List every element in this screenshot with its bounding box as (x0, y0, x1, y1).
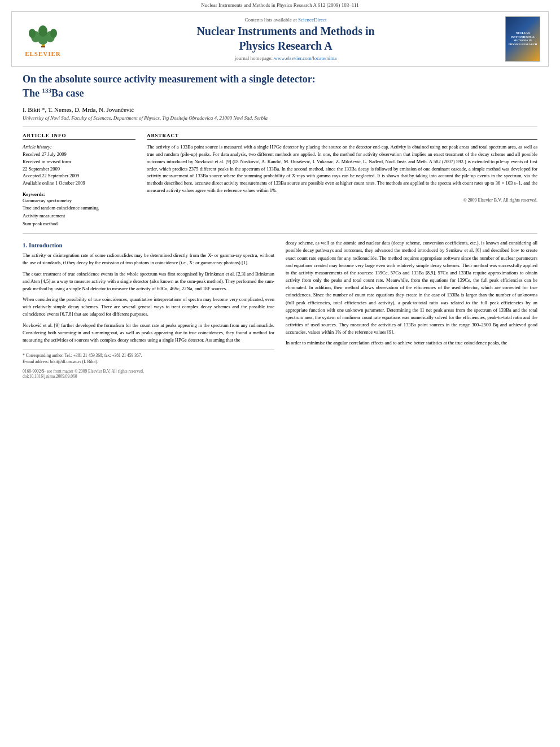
article-info-label: ARTICLE INFO (23, 133, 135, 140)
affiliation: University of Novi Sad, Faculty of Scien… (23, 115, 537, 121)
keyword-2: True and random coincidence summing (23, 204, 135, 212)
revised-label: Received in revised form (23, 158, 135, 165)
journal-homepage: journal homepage: www.elsevier.com/locat… (68, 55, 503, 61)
copyright: © 2009 Elsevier B.V. All rights reserved… (147, 198, 537, 203)
keyword-1: Gamma-ray spectrometry (23, 197, 135, 205)
paper-content: On the absolute source activity measurem… (23, 72, 537, 379)
received-date: Received 27 July 2009 (23, 151, 135, 158)
elsevier-logo: ELSEVIER (18, 21, 68, 57)
main-body: 1. Introduction The activity or disinteg… (23, 239, 537, 378)
keyword-4: Sum-peak method (23, 220, 135, 228)
intro-para1: The activity or disintegration rate of s… (23, 252, 274, 267)
body-left-column: 1. Introduction The activity or disinteg… (23, 239, 274, 378)
authors: I. Bikit *, T. Nemes, D. Mrda, N. Jovanč… (23, 106, 537, 113)
journal-header: ELSEVIER Contents lists available at Sci… (11, 11, 549, 67)
svg-rect-7 (41, 46, 45, 47)
available-date: Available online 1 October 2009 (23, 180, 135, 187)
right-para2: In order to minimise the angular correla… (286, 339, 537, 347)
keywords-section: Keywords: Gamma-ray spectrometry True an… (23, 191, 135, 228)
keywords-label: Keywords: (23, 191, 135, 197)
svg-point-6 (38, 25, 47, 37)
journal-title: Nuclear Instruments and Methods in Physi… (68, 24, 503, 53)
keyword-3: Activity measurement (23, 212, 135, 220)
doi-text: doi:10.1016/j.nima.2009.09.060 (23, 374, 274, 379)
keywords-list: Gamma-ray spectrometry True and random c… (23, 197, 135, 228)
top-bar: Nuclear Instruments and Methods in Physi… (0, 0, 560, 9)
intro-heading: 1. Introduction (23, 242, 274, 248)
accepted-date: Accepted 22 September 2009 (23, 172, 135, 180)
article-info-column: ARTICLE INFO Article history: Received 2… (23, 133, 135, 228)
svg-point-4 (29, 29, 36, 38)
elsevier-wordmark: ELSEVIER (25, 50, 61, 57)
footnote-tel: * Corresponding author. Tel.: +381 21 45… (23, 352, 274, 359)
homepage-link[interactable]: www.elsevier.com/locate/nima (274, 55, 336, 61)
intro-para2: The exact treatment of true coincidence … (23, 270, 274, 293)
elsevier-tree-icon (28, 21, 59, 49)
article-history: Article history: Received 27 July 2009 R… (23, 143, 135, 187)
journal-citation: Nuclear Instruments and Methods in Physi… (201, 2, 358, 8)
issn-text: 0168-9002/$- see front matter © 2009 Els… (23, 369, 274, 374)
divider-2 (23, 233, 537, 234)
abstract-label: ABSTRACT (147, 133, 537, 140)
sciencedirect-link: Contents lists available at ScienceDirec… (68, 17, 503, 23)
cover-text: NUCLEAR INSTRUMENTS & METHODS IN PHYSICS… (508, 32, 538, 46)
body-right-column: decay scheme, as well as the atomic and … (286, 239, 537, 378)
intro-para4: Novković et al. [9] further developed th… (23, 322, 274, 344)
paper-title: On the absolute source activity measurem… (23, 72, 537, 101)
revised-date: 22 September 2009 (23, 165, 135, 173)
right-para1: decay scheme, as well as the atomic and … (286, 239, 537, 336)
journal-cover-area: NUCLEAR INSTRUMENTS & METHODS IN PHYSICS… (503, 16, 542, 62)
footnote-area: * Corresponding author. Tel.: +381 21 45… (23, 350, 274, 365)
abstract-text: The activity of a 133Ba point source is … (147, 143, 537, 194)
elsevier-logo-area: ELSEVIER (18, 21, 68, 57)
divider-1 (23, 126, 537, 127)
footnote-email: E-mail address: bikit@df.uns.ac.rs (I. B… (23, 359, 274, 365)
sciencedirect-anchor[interactable]: ScienceDirect (298, 17, 326, 23)
journal-cover-image: NUCLEAR INSTRUMENTS & METHODS IN PHYSICS… (505, 16, 540, 62)
abstract-column: ABSTRACT The activity of a 133Ba point s… (147, 133, 537, 228)
svg-point-5 (50, 29, 57, 38)
intro-para3: When considering the possibility of true… (23, 296, 274, 318)
journal-title-area: Contents lists available at ScienceDirec… (68, 17, 503, 61)
bottom-bar: 0168-9002/$- see front matter © 2009 Els… (23, 369, 274, 379)
article-info-abstract: ARTICLE INFO Article history: Received 2… (23, 133, 537, 228)
